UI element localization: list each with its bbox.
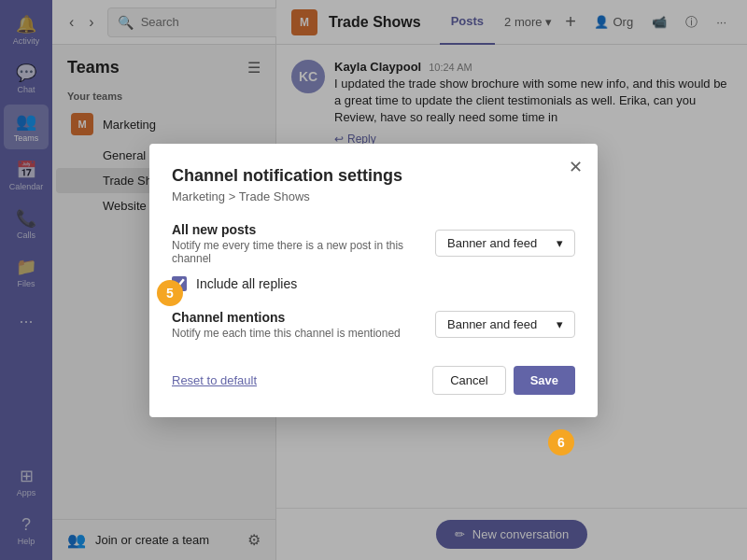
channel-notification-modal: Channel notification settings Marketing … <box>149 144 598 417</box>
modal-footer: Reset to default Cancel Save <box>172 366 575 395</box>
channel-mentions-dropdown-value: Banner and feed <box>447 317 537 331</box>
step-badge-5: 5 <box>157 280 183 306</box>
modal-actions: Cancel Save <box>432 366 575 395</box>
channel-mentions-row: Channel mentions Notify me each time thi… <box>172 310 575 340</box>
modal-close-button[interactable]: ✕ <box>569 159 583 175</box>
cancel-button[interactable]: Cancel <box>432 366 505 395</box>
channel-mentions-section: Channel mentions Notify me each time thi… <box>172 310 575 340</box>
channel-mentions-desc: Notify me each time this channel is ment… <box>172 327 420 340</box>
step-badge-6: 6 <box>548 429 574 455</box>
modal-overlay: Channel notification settings Marketing … <box>0 0 747 560</box>
modal-title: Channel notification settings <box>172 166 575 186</box>
channel-mentions-dropdown[interactable]: Banner and feed ▾ <box>435 311 575 338</box>
include-replies-row: Include all replies <box>172 276 575 291</box>
all-new-posts-info: All new posts Notify me every time there… <box>172 222 420 265</box>
all-new-posts-section: All new posts Notify me every time there… <box>172 222 575 291</box>
all-new-posts-dropdown[interactable]: Banner and feed ▾ <box>435 230 575 257</box>
include-replies-label[interactable]: Include all replies <box>196 276 297 291</box>
all-new-posts-title: All new posts <box>172 222 420 237</box>
reset-to-default-button[interactable]: Reset to default <box>172 373 257 387</box>
app-container: 🔔 Activity 💬 Chat 👥 Teams 📅 Calendar 📞 C… <box>0 0 747 560</box>
all-new-posts-row: All new posts Notify me every time there… <box>172 222 575 265</box>
channel-mentions-info: Channel mentions Notify me each time thi… <box>172 310 420 340</box>
all-new-posts-dropdown-icon: ▾ <box>557 236 563 250</box>
channel-mentions-dropdown-icon: ▾ <box>557 317 563 331</box>
channel-mentions-title: Channel mentions <box>172 310 420 325</box>
all-new-posts-dropdown-value: Banner and feed <box>447 236 537 250</box>
all-new-posts-desc: Notify me every time there is a new post… <box>172 239 420 265</box>
save-button[interactable]: Save <box>514 366 575 395</box>
modal-breadcrumb: Marketing > Trade Shows <box>172 189 575 203</box>
